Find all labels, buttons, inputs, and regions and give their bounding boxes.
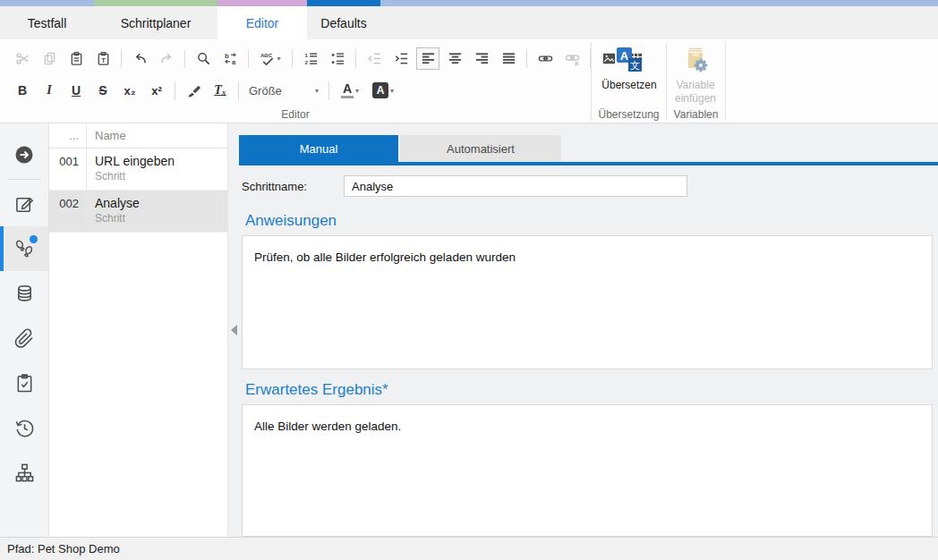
erwartetes-ergebnis-textarea[interactable]: Alle Bilder werden geladen. [242, 404, 933, 537]
bg-color-label: A [372, 82, 388, 98]
group-separator [725, 42, 726, 121]
paste-text-icon[interactable]: T [91, 47, 115, 70]
indent-icon[interactable] [389, 47, 413, 70]
text-color-icon[interactable]: A ▾ [336, 80, 364, 102]
rail-divider [7, 179, 41, 180]
hierarchy-icon[interactable] [0, 450, 48, 495]
group-label-variablen: Variablen [667, 108, 725, 121]
redo-icon[interactable] [155, 47, 178, 70]
panel-splitter[interactable] [228, 123, 239, 537]
justify-icon[interactable] [497, 47, 520, 70]
svg-text:ABC: ABC [260, 51, 273, 57]
step-type: Schritt [95, 212, 227, 225]
tabbar-filler-strip [380, 0, 938, 6]
tab-automatisiert[interactable]: Automatisiert [400, 135, 561, 162]
tab-testfall[interactable]: Testfall [0, 0, 94, 39]
step-name: URL eingeben [95, 154, 227, 168]
step-number: 002 [49, 191, 87, 232]
copy-icon[interactable] [38, 47, 61, 70]
toolbar-separator [328, 81, 329, 100]
clipboard-check-icon[interactable] [0, 361, 48, 405]
align-right-icon[interactable] [470, 47, 493, 70]
toolbar-separator [238, 81, 239, 100]
clear-format-label: Tₓ [214, 83, 226, 98]
cut-icon[interactable] [11, 47, 34, 70]
paste-icon[interactable] [64, 47, 88, 70]
step-name: Analyse [95, 196, 227, 210]
variable-label-line1: Variable [676, 79, 714, 91]
align-center-icon[interactable] [443, 47, 466, 70]
step-row-001[interactable]: 001 URL eingeben Schritt [49, 148, 227, 191]
steps-footprints-icon[interactable] [0, 226, 48, 271]
tab-label: Testfall [0, 6, 94, 39]
tab-defaults[interactable]: Defaults [307, 0, 380, 39]
subscript-icon[interactable]: x₂ [118, 80, 141, 102]
toolbar-separator [248, 49, 249, 68]
clear-format-icon[interactable]: Tₓ [209, 80, 232, 102]
group-label-uebersetzung: Übersetzung [592, 108, 666, 121]
chevron-down-icon: ▾ [390, 87, 394, 95]
replace-icon[interactable]: b a [218, 47, 242, 70]
bold-label: B [18, 83, 27, 98]
bullet-list-icon[interactable] [326, 47, 349, 70]
italic-icon[interactable]: I [38, 80, 61, 102]
anweisungen-heading: Anweisungen [245, 212, 938, 230]
bold-icon[interactable]: B [11, 80, 34, 102]
tab-strip-testfall [0, 0, 94, 6]
editor-tabbar: Manual Automatisiert [239, 123, 938, 162]
numbered-list-icon[interactable]: 1 2 [299, 47, 322, 70]
outdent-icon[interactable] [362, 47, 386, 70]
step-number: 001 [49, 148, 87, 190]
toolbar-separator [184, 49, 185, 68]
underline-label: U [72, 83, 81, 98]
variable-label-line2: einfügen [675, 92, 716, 105]
left-icon-rail [0, 123, 49, 537]
size-dropdown[interactable]: Größe ▾ [245, 80, 322, 101]
status-path-text: Pfad: Pet Shop Demo [7, 542, 120, 556]
tabbar-filler [380, 0, 938, 39]
svg-text:a: a [231, 58, 235, 66]
tab-manual[interactable]: Manual [239, 135, 398, 162]
toolbar-separator [175, 81, 175, 100]
format-painter-icon[interactable] [182, 80, 205, 102]
tab-label: Schrittplaner [94, 6, 217, 39]
align-left-icon[interactable] [416, 47, 439, 70]
database-icon[interactable] [0, 271, 48, 316]
svg-text:2: 2 [304, 59, 308, 65]
steps-header-name: Name [87, 129, 227, 142]
bg-color-icon[interactable]: A ▾ [368, 80, 398, 102]
tab-automatisiert-label: Automatisiert [447, 142, 515, 156]
strikethrough-icon[interactable]: S [91, 80, 115, 102]
translate-icon: A 文 [615, 46, 644, 74]
tab-label: Editor [217, 6, 307, 39]
svg-text:1: 1 [304, 51, 308, 57]
status-bar: Pfad: Pet Shop Demo [0, 537, 938, 560]
steps-list: ... Name 001 URL eingeben Schritt 002 An… [49, 123, 228, 537]
variable-einfuegen-button[interactable]: Variable einfügen [668, 42, 723, 106]
paperclip-icon[interactable] [0, 316, 48, 361]
tab-label: Defaults [307, 6, 380, 39]
text-color-label: A [343, 82, 352, 95]
history-icon[interactable] [0, 405, 48, 450]
search-icon[interactable] [192, 47, 215, 70]
subscript-label: x₂ [124, 84, 135, 98]
anweisungen-textarea[interactable]: Prüfen, ob alle Bilder erfolgreich gelad… [242, 235, 933, 369]
tab-strip-editor [217, 0, 307, 6]
spellcheck-icon[interactable]: ABC ▾ [255, 47, 286, 70]
step-row-002[interactable]: 002 Analyse Schritt [49, 191, 227, 233]
link-icon[interactable] [533, 47, 557, 70]
superscript-icon[interactable]: x² [145, 80, 168, 102]
uebersetzen-button[interactable]: A 文 Übersetzen [594, 42, 664, 92]
undo-icon[interactable] [128, 47, 151, 70]
unlink-icon[interactable] [560, 47, 584, 70]
collapse-left-icon[interactable] [231, 325, 237, 335]
tab-editor[interactable]: Editor [217, 0, 307, 39]
schrittname-input[interactable] [344, 175, 687, 197]
tab-schrittplaner[interactable]: Schrittplaner [94, 0, 217, 39]
step-editor-panel: Manual Automatisiert Schrittname: Anweis… [239, 123, 938, 537]
underline-icon[interactable]: U [64, 80, 88, 102]
uebersetzen-label: Übersetzen [601, 79, 656, 92]
go-circle-icon[interactable] [0, 132, 48, 177]
edit-icon[interactable] [0, 182, 48, 226]
svg-text:b: b [224, 52, 228, 60]
